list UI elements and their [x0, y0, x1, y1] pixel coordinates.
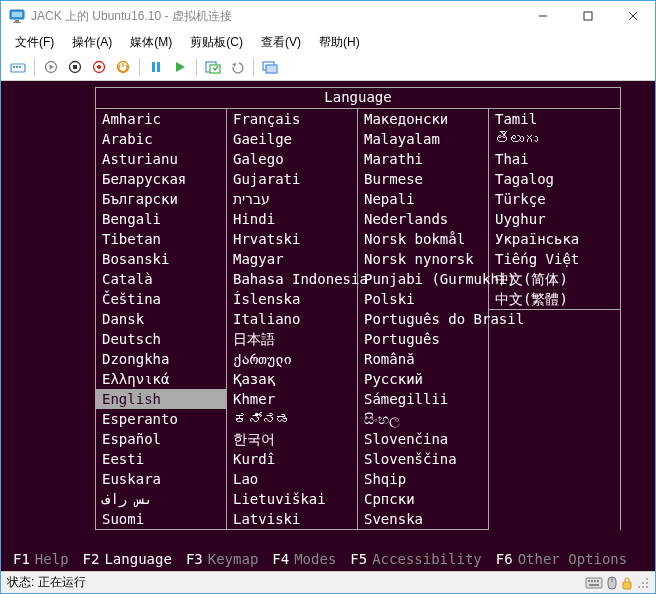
language-option[interactable]: Tamil [489, 109, 620, 129]
language-option[interactable]: Íslenska [227, 289, 357, 309]
language-option[interactable]: Dansk [96, 309, 226, 329]
language-option[interactable]: 한국어 [227, 429, 357, 449]
language-option[interactable]: Nederlands [358, 209, 488, 229]
language-option[interactable]: Қазақ [227, 369, 357, 389]
language-option[interactable]: Norsk nynorsk [358, 249, 488, 269]
language-option[interactable]: Sámegillii [358, 389, 488, 409]
language-option[interactable]: 日本語 [227, 329, 357, 349]
language-option[interactable]: עברית [227, 189, 357, 209]
language-option[interactable]: Español [96, 429, 226, 449]
language-option[interactable]: Türkçe [489, 189, 620, 209]
language-option[interactable]: Македонски [358, 109, 488, 129]
stop-button[interactable] [64, 56, 86, 78]
language-option[interactable]: Hrvatski [227, 229, 357, 249]
fkey-f1[interactable]: F1Help [13, 551, 69, 567]
start-button[interactable] [40, 56, 62, 78]
language-option[interactable]: తెలుగు [489, 129, 620, 149]
save-state-button[interactable] [112, 56, 134, 78]
language-option[interactable]: Deutsch [96, 329, 226, 349]
language-option[interactable]: Hindi [227, 209, 357, 229]
fkey-f3[interactable]: F3Keymap [186, 551, 258, 567]
language-option[interactable]: Slovenčina [358, 429, 488, 449]
language-option[interactable]: Asturianu [96, 149, 226, 169]
language-option[interactable]: Čeština [96, 289, 226, 309]
language-option[interactable]: English [96, 389, 226, 409]
menu-view[interactable]: 查看(V) [253, 32, 309, 53]
fkey-f5[interactable]: F5Accessibility [350, 551, 481, 567]
language-option[interactable]: Italiano [227, 309, 357, 329]
menu-operate[interactable]: 操作(A) [64, 32, 120, 53]
language-option[interactable]: Eesti [96, 449, 226, 469]
language-option[interactable]: Русский [358, 369, 488, 389]
language-option[interactable]: Tagalog [489, 169, 620, 189]
language-option[interactable]: Khmer [227, 389, 357, 409]
language-option[interactable]: Amharic [96, 109, 226, 129]
language-option[interactable]: Српски [358, 489, 488, 509]
shutdown-button[interactable] [88, 56, 110, 78]
vm-display[interactable]: Language AmharicArabicAsturianuБеларуска… [1, 81, 655, 571]
language-option[interactable]: Lietuviškai [227, 489, 357, 509]
language-option[interactable]: ಕನ್ನಡ [227, 409, 357, 429]
menu-file[interactable]: 文件(F) [7, 32, 62, 53]
fkey-f4[interactable]: F4Modes [272, 551, 336, 567]
language-option[interactable]: ىس راف [96, 489, 226, 509]
language-option[interactable]: Latviski [227, 509, 357, 529]
language-option[interactable]: සිංහල [358, 409, 488, 429]
menu-media[interactable]: 媒体(M) [122, 32, 180, 53]
language-option[interactable]: Українська [489, 229, 620, 249]
language-option[interactable]: Português [358, 329, 488, 349]
language-option[interactable]: Bosanski [96, 249, 226, 269]
language-option[interactable]: Norsk bokmål [358, 229, 488, 249]
language-option[interactable]: Français [227, 109, 357, 129]
language-option[interactable]: Burmese [358, 169, 488, 189]
language-option[interactable]: Română [358, 349, 488, 369]
menu-help[interactable]: 帮助(H) [311, 32, 368, 53]
language-option[interactable]: Shqip [358, 469, 488, 489]
language-option[interactable]: 中文(繁體) [489, 289, 620, 309]
resize-grip-icon[interactable] [637, 577, 649, 589]
language-option[interactable]: Magyar [227, 249, 357, 269]
fkey-f6[interactable]: F6Other Options [496, 551, 627, 567]
language-option[interactable]: Gaeilge [227, 129, 357, 149]
close-button[interactable] [610, 1, 655, 31]
language-option[interactable]: Bahasa Indonesia [227, 269, 357, 289]
language-option[interactable]: ქართული [227, 349, 357, 369]
language-option[interactable]: Dzongkha [96, 349, 226, 369]
pause-button[interactable] [145, 56, 167, 78]
enhanced-session-button[interactable] [259, 56, 281, 78]
language-option[interactable]: Беларуская [96, 169, 226, 189]
language-option[interactable]: Português do Brasil [358, 309, 488, 329]
language-option[interactable]: Svenska [358, 509, 488, 529]
language-option[interactable]: Malayalam [358, 129, 488, 149]
language-option[interactable]: Punjabi (Gurmukhi) [358, 269, 488, 289]
language-option[interactable]: 中文(简体) [489, 269, 620, 289]
language-option[interactable]: Marathi [358, 149, 488, 169]
language-option[interactable]: Български [96, 189, 226, 209]
language-option[interactable]: Arabic [96, 129, 226, 149]
language-option[interactable]: Kurdî [227, 449, 357, 469]
fkey-f2[interactable]: F2Language [83, 551, 172, 567]
resume-button[interactable] [169, 56, 191, 78]
language-option[interactable]: Suomi [96, 509, 226, 529]
language-option[interactable]: Nepali [358, 189, 488, 209]
revert-button[interactable] [226, 56, 248, 78]
language-option[interactable]: Slovenščina [358, 449, 488, 469]
language-option[interactable]: Tibetan [96, 229, 226, 249]
language-option[interactable]: Thai [489, 149, 620, 169]
ctrl-alt-del-button[interactable] [7, 56, 29, 78]
language-option[interactable]: Gujarati [227, 169, 357, 189]
language-option[interactable]: Lao [227, 469, 357, 489]
maximize-button[interactable] [565, 1, 610, 31]
language-option[interactable]: Polski [358, 289, 488, 309]
language-option[interactable]: Bengali [96, 209, 226, 229]
language-option[interactable]: Ελληνικά [96, 369, 226, 389]
checkpoint-button[interactable] [202, 56, 224, 78]
minimize-button[interactable] [520, 1, 565, 31]
language-option[interactable]: Uyghur [489, 209, 620, 229]
language-option[interactable]: Euskara [96, 469, 226, 489]
menu-clipboard[interactable]: 剪贴板(C) [182, 32, 251, 53]
language-option[interactable]: Català [96, 269, 226, 289]
language-option[interactable]: Galego [227, 149, 357, 169]
language-option[interactable]: Tiếng Việt [489, 249, 620, 269]
language-option[interactable]: Esperanto [96, 409, 226, 429]
